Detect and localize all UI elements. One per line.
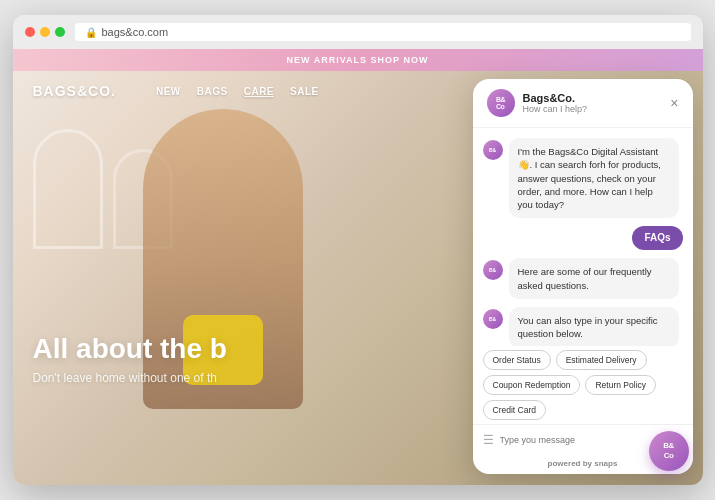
nav-item-sale[interactable]: SALE: [290, 86, 319, 97]
chat-avatar-text: B&Co: [496, 96, 505, 110]
chat-menu-icon[interactable]: ☰: [483, 433, 494, 447]
arch-decoration-left: [33, 129, 103, 249]
message-row-bot-1: B& I'm the Bags&Co Digital Assistant 👋. …: [483, 138, 683, 218]
faq-chip-coupon-redemption[interactable]: Coupon Redemption: [483, 375, 581, 395]
site-logo[interactable]: BAGS&CO.: [33, 83, 116, 99]
minimize-window-button[interactable]: [40, 27, 50, 37]
browser-window: 🔒 bags&co.com NEW ARRIVALS SHOP NOW BAGS…: [13, 15, 703, 485]
close-window-button[interactable]: [25, 27, 35, 37]
bot-message-2: Here are some of our frequently asked qu…: [509, 258, 679, 299]
nav-item-care[interactable]: CARE: [244, 86, 274, 97]
bot-avatar-3: B&: [483, 309, 503, 329]
nav-item-new[interactable]: NEW: [156, 86, 181, 97]
banner-text: NEW ARRIVALS SHOP NOW: [287, 55, 429, 65]
bot-message-1: I'm the Bags&Co Digital Assistant 👋. I c…: [509, 138, 679, 218]
promotional-banner[interactable]: NEW ARRIVALS SHOP NOW: [13, 49, 703, 71]
chat-panel: B&Co Bags&Co. How can I help? × B& I'm t…: [473, 79, 693, 474]
nav-links: NEW BAGS CARE SALE: [156, 86, 319, 97]
message-row-bot-3: B& You can also type in your specific qu…: [483, 307, 683, 346]
maximize-window-button[interactable]: [55, 27, 65, 37]
nav-item-bags[interactable]: BAGS: [197, 86, 228, 97]
chat-messages-area: B& I'm the Bags&Co Digital Assistant 👋. …: [473, 128, 693, 346]
bot-message-3: You can also type in your specific quest…: [509, 307, 679, 346]
lock-icon: 🔒: [85, 27, 97, 38]
powered-by-label: powered by: [548, 459, 592, 468]
faq-chip-return-policy[interactable]: Return Policy: [585, 375, 656, 395]
faq-chip-credit-card[interactable]: Credit Card: [483, 400, 546, 420]
website-content: NEW ARRIVALS SHOP NOW BAGS&CO. NEW BAGS …: [13, 49, 703, 485]
floating-chat-button[interactable]: B&Co: [649, 431, 689, 471]
message-row-user-faqs: FAQs: [483, 226, 683, 250]
powered-brand-label: snaps: [594, 459, 617, 468]
traffic-lights: [25, 27, 65, 37]
chat-close-button[interactable]: ×: [670, 96, 678, 110]
bot-avatar-2: B&: [483, 260, 503, 280]
hero-text-block: All about the b Don't leave home without…: [33, 333, 227, 385]
chat-header: B&Co Bags&Co. How can I help? ×: [473, 79, 693, 128]
hero-subtext: Don't leave home without one of th: [33, 371, 227, 385]
faq-chips-container: Order Status Estimated Delivery Coupon R…: [473, 346, 693, 424]
bot-avatar-1: B&: [483, 140, 503, 160]
hero-headline: All about the b: [33, 333, 227, 365]
faq-chip-estimated-delivery[interactable]: Estimated Delivery: [556, 350, 647, 370]
chat-status-text: How can I help?: [523, 104, 663, 114]
message-row-bot-2: B& Here are some of our frequently asked…: [483, 258, 683, 299]
address-bar[interactable]: 🔒 bags&co.com: [75, 23, 691, 41]
chat-header-info: Bags&Co. How can I help?: [523, 92, 663, 114]
browser-chrome: 🔒 bags&co.com: [13, 15, 703, 49]
faq-chip-order-status[interactable]: Order Status: [483, 350, 551, 370]
chat-brand-name: Bags&Co.: [523, 92, 663, 104]
float-btn-label: B&Co: [663, 441, 674, 460]
chat-brand-avatar: B&Co: [487, 89, 515, 117]
user-message-faqs: FAQs: [632, 226, 682, 250]
url-text: bags&co.com: [102, 26, 169, 38]
